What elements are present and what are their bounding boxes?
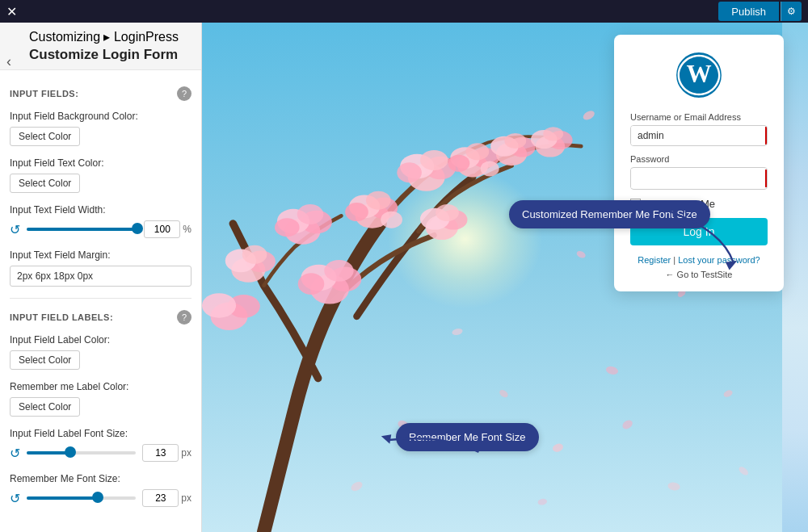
input-labels-help-icon[interactable]: ? bbox=[177, 310, 191, 325]
label-font-size-label: Input Field Label Font Size: bbox=[10, 428, 191, 439]
topbar: ✕ Publish ⚙ bbox=[0, 0, 808, 23]
remember-font-size-value-display: px bbox=[142, 489, 191, 507]
input-labels-section-header: INPUT FIELD LABELS: ? bbox=[10, 310, 191, 325]
label-font-size-value-display: px bbox=[142, 444, 191, 462]
remember-font-size-slider-row: ↺ px bbox=[10, 489, 191, 507]
link-separator: | bbox=[671, 255, 678, 265]
remember-color-label: Remember me Label Color: bbox=[10, 381, 191, 392]
wp-logo-svg: W bbox=[675, 51, 723, 99]
svg-text:W: W bbox=[686, 60, 711, 88]
svg-point-31 bbox=[504, 133, 526, 149]
label-font-size-slider-row: ↺ px bbox=[10, 444, 191, 462]
svg-point-44 bbox=[543, 127, 563, 140]
remember-font-size-label: Remember Me Font Size: bbox=[10, 473, 191, 484]
width-unit: % bbox=[183, 224, 191, 235]
preview-background: W Username or Email Address ··· Password… bbox=[202, 23, 808, 532]
svg-point-17 bbox=[448, 155, 469, 172]
margin-label: Input Text Field Margin: bbox=[10, 249, 191, 261]
svg-point-6 bbox=[345, 203, 368, 221]
bg-color-group: Input Field Background Color: Select Col… bbox=[10, 111, 191, 146]
label-color-select-button[interactable]: Select Color bbox=[10, 350, 80, 370]
back-button[interactable]: ‹ bbox=[6, 53, 11, 70]
input-fields-help-icon[interactable]: ? bbox=[177, 86, 191, 101]
width-slider-track[interactable] bbox=[27, 228, 137, 231]
tooltip-customized-remember-me: Customized Remember Me Font Size bbox=[509, 200, 710, 228]
input-fields-title: INPUT FIELDS: bbox=[10, 89, 78, 98]
remember-font-size-group: Remember Me Font Size: ↺ px bbox=[10, 473, 191, 507]
svg-point-16 bbox=[466, 143, 490, 160]
width-slider-row: ↺ % bbox=[10, 220, 191, 238]
username-label: Username or Email Address bbox=[630, 112, 768, 122]
width-group: Input Text Field Width: ↺ % bbox=[10, 204, 191, 238]
margin-input[interactable] bbox=[10, 266, 191, 287]
sidebar-header: ‹ Customizing ▸ LoginPress Customize Log… bbox=[0, 23, 201, 70]
login-card: W Username or Email Address ··· Password… bbox=[614, 35, 784, 291]
label-font-size-unit: px bbox=[181, 447, 191, 459]
svg-point-40 bbox=[436, 204, 459, 221]
input-labels-title: INPUT FIELD LABELS: bbox=[10, 312, 113, 322]
wordpress-logo: W bbox=[630, 51, 768, 99]
width-reset-button[interactable]: ↺ bbox=[10, 222, 20, 237]
main-area: ‹ Customizing ▸ LoginPress Customize Log… bbox=[0, 23, 808, 532]
text-color-select-button[interactable]: Select Color bbox=[10, 174, 80, 193]
width-label: Input Text Field Width: bbox=[10, 204, 191, 216]
label-font-size-input[interactable] bbox=[142, 444, 179, 462]
sidebar-content: INPUT FIELDS: ? Input Field Background C… bbox=[0, 70, 201, 532]
sidebar: ‹ Customizing ▸ LoginPress Customize Log… bbox=[0, 23, 202, 532]
lost-password-link[interactable]: Lost your password? bbox=[678, 255, 760, 265]
svg-point-36 bbox=[275, 218, 300, 237]
label-color-group: Input Field Label Color: Select Color bbox=[10, 334, 191, 370]
login-links: Register | Lost your password? bbox=[630, 255, 768, 265]
breadcrumb-link[interactable]: Customizing bbox=[29, 30, 100, 44]
username-icon[interactable]: ··· bbox=[765, 127, 768, 145]
label-font-size-reset-button[interactable]: ↺ bbox=[10, 446, 20, 461]
remember-font-size-reset-button[interactable]: ↺ bbox=[10, 491, 20, 506]
goto-site[interactable]: ← Go to TestSite bbox=[630, 270, 768, 279]
svg-point-35 bbox=[297, 204, 324, 224]
svg-point-7 bbox=[381, 212, 402, 228]
username-input-row: ··· bbox=[630, 125, 768, 146]
width-input[interactable] bbox=[144, 220, 180, 238]
svg-point-47 bbox=[202, 293, 236, 318]
svg-point-5 bbox=[366, 191, 391, 210]
label-font-size-slider-track[interactable] bbox=[27, 451, 136, 455]
remember-color-group: Remember me Label Color: Select Color bbox=[10, 381, 191, 417]
sidebar-title: Customize Login Form bbox=[29, 47, 191, 63]
margin-group: Input Text Field Margin: bbox=[10, 249, 191, 287]
text-color-label: Input Field Text Color: bbox=[10, 157, 191, 169]
svg-point-27 bbox=[242, 245, 267, 264]
tooltip-remember-me-font-size: Remember Me Font Size bbox=[396, 423, 539, 451]
settings-gear-button[interactable]: ⚙ bbox=[781, 2, 802, 21]
input-fields-section-header: INPUT FIELDS: ? bbox=[10, 86, 191, 101]
close-button[interactable]: ✕ bbox=[6, 4, 17, 19]
remember-color-select-button[interactable]: Select Color bbox=[10, 397, 80, 417]
remember-font-size-input[interactable] bbox=[142, 489, 179, 507]
password-label: Password bbox=[630, 154, 768, 164]
svg-point-23 bbox=[298, 273, 325, 295]
publish-button[interactable]: Publish bbox=[718, 2, 779, 21]
breadcrumb-sep: ▸ bbox=[103, 30, 113, 44]
label-color-label: Input Field Label Color: bbox=[10, 334, 191, 346]
svg-point-22 bbox=[324, 260, 353, 282]
remember-font-size-slider-track[interactable] bbox=[27, 496, 136, 500]
remember-font-size-unit: px bbox=[181, 492, 191, 504]
password-input[interactable] bbox=[631, 169, 765, 188]
breadcrumb-page: LoginPress bbox=[114, 30, 179, 44]
label-font-size-group: Input Field Label Font Size: ↺ px bbox=[10, 428, 191, 462]
preview-area: W Username or Email Address ··· Password… bbox=[202, 23, 808, 532]
bg-color-label: Input Field Background Color: bbox=[10, 111, 191, 122]
text-color-group: Input Field Text Color: Select Color bbox=[10, 157, 191, 193]
divider-1 bbox=[10, 298, 191, 299]
width-value-display: % bbox=[144, 220, 191, 238]
register-link[interactable]: Register bbox=[638, 255, 671, 265]
publish-area: Publish ⚙ bbox=[718, 2, 802, 21]
bg-color-select-button[interactable]: Select Color bbox=[10, 127, 80, 146]
breadcrumb: Customizing ▸ LoginPress bbox=[29, 29, 191, 44]
svg-point-18 bbox=[481, 161, 499, 176]
password-dots-icon[interactable]: ··· bbox=[765, 170, 768, 187]
username-input[interactable] bbox=[631, 126, 765, 145]
svg-point-11 bbox=[420, 150, 448, 170]
password-input-row: ··· 👁 bbox=[630, 167, 768, 190]
svg-point-12 bbox=[397, 162, 422, 182]
